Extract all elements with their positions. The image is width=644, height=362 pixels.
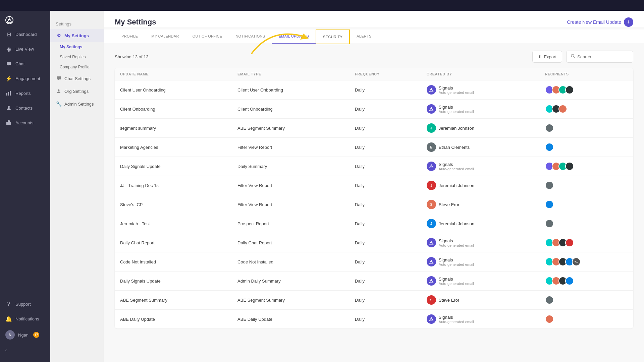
sidebar-item-user[interactable]: N Ngan 17 — [0, 326, 50, 344]
sidebar-item-label: Contacts — [15, 106, 33, 111]
sidebar-item-engagement[interactable]: ⚡ Engagement — [0, 71, 50, 86]
sidebar-item-label: Chat — [15, 61, 24, 66]
cell-recipients: +1 — [540, 252, 633, 272]
sidebar-item-label: Engagement — [15, 76, 40, 81]
cell-update-name: segment summary — [115, 119, 232, 138]
cell-frequency: Daily — [350, 119, 421, 138]
sidebar-item-support[interactable]: ? Support — [0, 297, 50, 311]
sidebar-collapse-btn[interactable]: ‹ — [0, 344, 50, 357]
table-row[interactable]: Client OnboardingClient OnboardingDailyS… — [115, 100, 633, 119]
search-input[interactable] — [577, 54, 628, 59]
sidebar-item-chat[interactable]: Chat — [0, 56, 50, 71]
svg-rect-2 — [10, 91, 11, 96]
creator-sub: Auto-generated email — [439, 110, 474, 114]
sidebar-item-dashboard[interactable]: ⊞ Dashboard — [0, 27, 50, 42]
table-row[interactable]: Daily Signals UpdateDaily SummaryDailySi… — [115, 157, 633, 176]
svg-rect-1 — [8, 92, 9, 96]
cell-update-name: Client User Onboarding — [115, 80, 232, 100]
sidebar-item-accounts[interactable]: Accounts — [0, 115, 50, 130]
settings-header: Settings — [50, 16, 104, 29]
my-settings-icon: ⚙ — [56, 33, 62, 39]
tab-my-calendar[interactable]: MY CALENDAR — [145, 29, 186, 44]
tab-email-updates[interactable]: EMAIL UPDATES — [272, 29, 316, 44]
tab-profile[interactable]: PROFILE — [115, 29, 145, 44]
sidebar-logo[interactable] — [0, 11, 50, 27]
creator-avatar — [427, 162, 436, 171]
creator-name: Signals — [439, 85, 474, 90]
settings-item-my-settings[interactable]: ⚙ My Settings — [50, 29, 104, 42]
creator-avatar — [427, 104, 436, 114]
sidebar-left: ⊞ Dashboard ◉ Live View Chat ⚡ Engagemen… — [0, 0, 50, 362]
creator-avatar — [427, 238, 436, 247]
settings-item-chat[interactable]: Chat Settings — [50, 72, 104, 85]
plus-icon: + — [624, 17, 633, 27]
recipient-avatar — [545, 200, 554, 209]
creator-sub: Auto-generated email — [439, 167, 474, 171]
col-update-name: UPDATE NAME — [115, 68, 232, 80]
recipient-avatar — [545, 143, 554, 152]
create-email-update-button[interactable]: Create New Email Update + — [567, 17, 633, 27]
avatar: N — [5, 330, 15, 340]
cell-recipients — [540, 195, 633, 214]
tab-alerts[interactable]: ALERTS — [350, 29, 378, 44]
cell-frequency: Daily — [350, 138, 421, 157]
cell-update-name: Jeremiah - Test — [115, 214, 232, 233]
cell-frequency: Daily — [350, 80, 421, 100]
cell-created-by: SignalsAuto-generated email — [421, 252, 540, 272]
user-name: Ngan — [18, 333, 29, 338]
create-btn-label: Create New Email Update — [567, 19, 621, 25]
chat-settings-icon — [56, 75, 62, 81]
recipient-more: +1 — [572, 257, 581, 266]
cell-update-name: Daily Signals Update — [115, 157, 232, 176]
sidebar-item-contacts[interactable]: Contacts — [0, 101, 50, 115]
table-header-row: UPDATE NAME EMAIL TYPE FREQUENCY CREATED… — [115, 68, 633, 80]
cell-frequency: Daily — [350, 272, 421, 291]
table-row[interactable]: Code Not InstalledCode Not InstalledDail… — [115, 252, 633, 272]
table-row[interactable]: Marketing AgenciesFilter View ReportDail… — [115, 138, 633, 157]
settings-subitem-saved-replies[interactable]: Saved Replies — [50, 52, 104, 62]
creator-sub: Auto-generated email — [439, 262, 474, 266]
cell-frequency: Daily — [350, 100, 421, 119]
cell-email-type: Client Onboarding — [232, 100, 350, 119]
sidebar-item-notifications[interactable]: 🔔 Notifications — [0, 311, 50, 326]
cell-recipients — [540, 233, 633, 252]
search-container[interactable] — [566, 51, 633, 63]
sidebar-item-live-view[interactable]: ◉ Live View — [0, 42, 50, 56]
table-row[interactable]: ABE Daily UpdateABE Daily UpdateDailySig… — [115, 310, 633, 329]
cell-recipients — [540, 80, 633, 100]
cell-recipients — [540, 214, 633, 233]
table-row[interactable]: Steve's ICPFilter View ReportDailySSteve… — [115, 195, 633, 214]
export-label: Export — [544, 54, 556, 59]
cell-email-type: ABE Segment Summary — [232, 119, 350, 138]
sidebar-item-label: Live View — [15, 47, 34, 52]
table-row[interactable]: Daily Signals UpdateAdmin Daily SummaryD… — [115, 272, 633, 291]
settings-item-admin[interactable]: 🔧 Admin Settings — [50, 98, 104, 110]
cell-frequency: Daily — [350, 233, 421, 252]
col-frequency: FREQUENCY — [350, 68, 421, 80]
table-row[interactable]: Jeremiah - TestProspect ReportDailyJJere… — [115, 214, 633, 233]
table-row[interactable]: Client User OnboardingClient User Onboar… — [115, 80, 633, 100]
col-recipients: RECIPIENTS — [540, 68, 633, 80]
creator-avatar — [427, 257, 436, 266]
record-count: Showing 13 of 13 — [115, 54, 148, 59]
creator-name: Steve Eror — [439, 298, 459, 303]
tab-security[interactable]: SECURITY — [316, 29, 350, 44]
sidebar-item-label: Accounts — [15, 120, 33, 125]
table-row[interactable]: JJ - Training Dec 1stFilter View ReportD… — [115, 176, 633, 195]
export-icon: ⬆ — [538, 54, 542, 59]
settings-subitem-my-settings[interactable]: My Settings — [50, 42, 104, 52]
settings-subitem-company-profile[interactable]: Company Profile — [50, 62, 104, 72]
table-row[interactable]: segment summaryABE Segment SummaryDailyJ… — [115, 119, 633, 138]
settings-item-org[interactable]: Org Settings — [50, 85, 104, 98]
tab-out-of-office[interactable]: OUT OF OFFICE — [186, 29, 229, 44]
cell-update-name: Client Onboarding — [115, 100, 232, 119]
table-row[interactable]: ABE Segment SummaryABE Segment SummaryDa… — [115, 291, 633, 310]
export-button[interactable]: ⬆ Export — [532, 51, 562, 63]
tab-notifications[interactable]: NOTIFICATIONS — [229, 29, 272, 44]
table-row[interactable]: Daily Chat ReportDaily Chat ReportDailyS… — [115, 233, 633, 252]
creator-sub: Auto-generated email — [439, 282, 474, 286]
cell-recipients — [540, 310, 633, 329]
cell-update-name: Marketing Agencies — [115, 138, 232, 157]
sidebar-item-reports[interactable]: Reports — [0, 86, 50, 101]
admin-settings-icon: 🔧 — [56, 101, 62, 107]
